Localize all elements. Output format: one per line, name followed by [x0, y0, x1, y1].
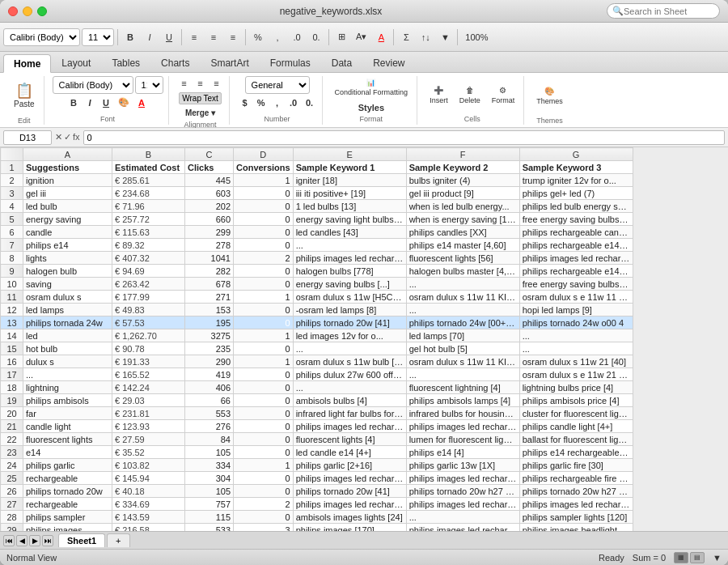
cell[interactable]: 0 — [234, 485, 294, 498]
cell[interactable]: 2 — [234, 252, 294, 265]
cell[interactable]: € 123.93 — [112, 420, 185, 433]
cell[interactable]: hopi led lamps [9] — [519, 304, 633, 316]
minimize-button[interactable] — [23, 6, 32, 16]
cell[interactable]: philips tornado 24w o00 4 — [519, 316, 633, 329]
cell[interactable]: philips ambisols price [4] — [519, 394, 633, 407]
cell[interactable]: 0 — [234, 342, 294, 355]
cell[interactable]: rechargeable — [23, 498, 112, 511]
cell[interactable]: € 257.72 — [112, 213, 185, 226]
cell[interactable]: € 285.61 — [112, 174, 185, 187]
delete-button[interactable]: 🗑 Delete — [455, 83, 485, 107]
cell[interactable]: philips candle light [4+] — [519, 420, 633, 433]
cell[interactable]: far — [23, 407, 112, 420]
cell[interactable]: free energy saving bulbs [3] — [519, 213, 633, 226]
cell[interactable]: ... — [293, 239, 406, 252]
cell[interactable]: fluorescent lights [4] — [293, 433, 406, 446]
bold-button[interactable]: B — [121, 28, 139, 47]
paste-button[interactable]: 📋 Paste — [10, 76, 39, 117]
cell[interactable]: Sample Keyword 1 — [293, 161, 406, 174]
cell[interactable]: led candle e14 [4+] — [293, 446, 406, 459]
cell[interactable]: 660 — [185, 213, 234, 226]
align-right-button[interactable]: ≡ — [224, 28, 242, 47]
col-header-f[interactable]: F — [406, 148, 519, 161]
align-left-ribbon-button[interactable]: ≡ — [177, 76, 192, 91]
cell[interactable]: € 1,262.70 — [112, 329, 185, 342]
tab-smartart[interactable]: SmartArt — [200, 53, 259, 72]
cell[interactable]: 299 — [185, 226, 234, 239]
cell[interactable]: 195 — [185, 316, 234, 329]
cell[interactable]: € 71.96 — [112, 200, 185, 213]
cell[interactable]: lumen for fluorescent light [4] — [406, 433, 519, 446]
formula-input[interactable] — [83, 130, 725, 145]
cell[interactable]: philips images led rechargeable ... — [293, 420, 406, 433]
tab-home[interactable]: Home — [3, 54, 51, 73]
percent-ribbon-button[interactable]: % — [254, 96, 269, 110]
cell[interactable]: philips e14 rechargeable e14 [4] — [519, 446, 633, 459]
cell[interactable]: € 143.59 — [112, 511, 185, 524]
borders-button[interactable]: ⊞ — [332, 28, 350, 47]
cell[interactable]: ... — [406, 368, 519, 381]
col-header-d[interactable]: D — [234, 148, 294, 161]
cell[interactable]: energy saving light bulbs [34] — [293, 213, 406, 226]
search-box[interactable]: 🔍 — [607, 3, 720, 19]
cell[interactable]: philips ambisols lamps [4] — [406, 394, 519, 407]
cell[interactable]: 334 — [185, 459, 234, 472]
cell[interactable]: philips tornado 20w [41] — [293, 485, 406, 498]
cell[interactable]: 66 — [185, 394, 234, 407]
cell[interactable]: € 40.18 — [112, 485, 185, 498]
cell[interactable]: 419 — [185, 368, 234, 381]
cell[interactable]: philips e14 master [4,60] — [406, 239, 519, 252]
font-size-ribbon-select[interactable]: 11 — [135, 76, 163, 94]
cell[interactable]: 3275 — [185, 329, 234, 342]
col-header-g[interactable]: G — [519, 148, 633, 161]
align-left-button[interactable]: ≡ — [185, 28, 203, 47]
tab-layout[interactable]: Layout — [51, 53, 101, 72]
cell[interactable]: ... — [293, 381, 406, 394]
cell[interactable]: lights — [23, 252, 112, 265]
cell[interactable]: € 234.68 — [112, 187, 185, 200]
cell[interactable]: 0 — [234, 226, 294, 239]
cell[interactable]: 1 — [234, 459, 294, 472]
cell[interactable]: 0 — [234, 213, 294, 226]
format-button[interactable]: ⚙ Format — [488, 83, 519, 107]
cell[interactable]: philips e14 — [23, 239, 112, 252]
merge-button[interactable]: Merge ▾ — [182, 106, 218, 121]
cell[interactable]: € 49.83 — [112, 304, 185, 316]
cell[interactable]: 1041 — [185, 252, 234, 265]
cell[interactable]: € 27.59 — [112, 433, 185, 446]
cell[interactable]: 0 — [234, 511, 294, 524]
cell[interactable]: -osram led lamps [8] — [293, 304, 406, 316]
cell[interactable]: 153 — [185, 304, 234, 316]
cell[interactable]: ignition — [23, 174, 112, 187]
cell[interactable]: saving — [23, 278, 112, 291]
cell[interactable]: 0 — [234, 278, 294, 291]
cell[interactable]: philips rechargeable e14 e14... — [519, 239, 633, 252]
cell[interactable]: fluorescent lights — [23, 433, 112, 446]
cell[interactable]: philips tornado 20w — [23, 485, 112, 498]
cell[interactable]: philips garlic 13w [1X] — [406, 459, 519, 472]
cell[interactable]: 278 — [185, 239, 234, 252]
cell[interactable]: Sample Keyword 3 — [519, 161, 633, 174]
cell[interactable]: ambisols images lights [24] — [293, 511, 406, 524]
cell[interactable]: led images 12v for o... — [293, 329, 406, 342]
cell[interactable]: philips tornado 20w h27 h II [1] — [406, 485, 519, 498]
cell[interactable]: 202 — [185, 200, 234, 213]
styles-button[interactable]: Styles — [355, 100, 387, 115]
font-size-select[interactable]: 11 — [82, 28, 114, 46]
cell[interactable]: philips tornada 24w — [23, 316, 112, 329]
cell[interactable]: 2 — [234, 498, 294, 511]
cell[interactable]: 0 — [234, 187, 294, 200]
cell[interactable]: 0 — [234, 239, 294, 252]
cell[interactable]: 290 — [185, 355, 234, 368]
cell[interactable]: when is energy saving [1.3] — [406, 213, 519, 226]
cell[interactable]: osram dulux s e 11w 21 [40] — [519, 368, 633, 381]
font-name-select[interactable]: Calibri (Body) — [3, 28, 80, 46]
cell[interactable]: infrared bulbs for housing [3+] — [406, 407, 519, 420]
sheet-scroll[interactable]: A B C D E F G 1 Suggestions Estimated Co… — [0, 147, 728, 531]
cell[interactable]: 406 — [185, 381, 234, 394]
col-header-c[interactable]: C — [185, 148, 234, 161]
cell[interactable]: 757 — [185, 498, 234, 511]
cell[interactable]: led lamps — [23, 304, 112, 316]
fill-ribbon-button[interactable]: 🎨 — [115, 96, 133, 110]
cell[interactable]: 678 — [185, 278, 234, 291]
